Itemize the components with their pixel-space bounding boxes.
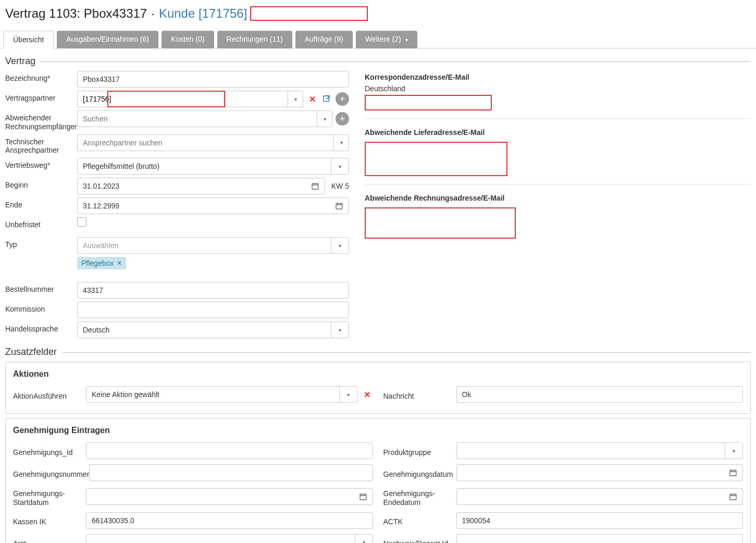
panel-aktionen: Aktionen AktionAusführen Keine Aktion ge… (5, 362, 751, 414)
svg-rect-2 (336, 204, 342, 209)
label-abw-liefer: Abweichende Lieferadresse/E-Mail (365, 128, 751, 137)
label-genehmigungsnummer: Genehmigungsnummer (13, 467, 89, 479)
calendar-icon (729, 492, 737, 501)
select-aktion[interactable]: Keine Aktion gewählt ▾ (86, 386, 357, 403)
section-contract-title: Vertrag (5, 56, 751, 67)
contract-addresses-right: Korrespondenzadresse/E-Mail Deutschland … (365, 71, 751, 341)
label-kassen-ik: Kassen IK (13, 514, 86, 526)
tab-orders[interactable]: Aufträge (9) (295, 31, 353, 48)
chevron-down-icon: ▾ (339, 387, 352, 402)
input-bestellnummer[interactable] (77, 282, 349, 299)
tech-ansprech-dropdown-btn[interactable]: ▾ (333, 134, 349, 151)
abw-rechnung-dropdown-btn[interactable]: ▾ (317, 110, 332, 127)
label-ende: Ende (5, 198, 77, 209)
vertriebsweg-value: Pflegehilfsmittel (brutto) (83, 162, 331, 170)
label-bezeichnung: Bezeichnung* (5, 71, 77, 83)
input-genehmigungs-id[interactable] (86, 442, 373, 459)
chevron-down-icon: ▾ (725, 443, 737, 459)
korrespondenz-country: Deutschland (365, 84, 751, 93)
select-handelssprache[interactable]: Deutsch ▾ (77, 322, 349, 338)
input-tech-ansprech[interactable] (77, 134, 333, 151)
clear-aktion-icon[interactable]: ✕ (362, 389, 373, 400)
select-vertriebsweg[interactable]: Pflegehilfsmittel (brutto) ▾ (77, 158, 349, 175)
label-actk: ACTK (383, 514, 456, 526)
kw-label: KW 5 (331, 182, 349, 190)
label-genehmigungs-startdatum: Genehmigungs-Startdatum (13, 486, 86, 507)
svg-rect-1 (312, 184, 318, 190)
label-nachricht: Nachricht (383, 389, 456, 401)
handelssprache-value: Deutsch (83, 326, 331, 334)
tab-expenses[interactable]: Ausgaben/Einnahmen (6) (57, 31, 158, 48)
redacted-customer-name (250, 6, 368, 21)
typ-placeholder: Auswählen (83, 241, 331, 250)
date-ende[interactable]: 31.12.2999 (77, 198, 349, 214)
label-kommission: Kommission (5, 302, 77, 314)
input-bezeichnung[interactable] (77, 71, 349, 88)
select-arzt[interactable]: ▾ (86, 534, 373, 543)
calendar-icon (729, 468, 737, 477)
label-typ: Typ (5, 237, 77, 249)
checkbox-unbefristet[interactable] (77, 217, 86, 227)
input-kassen-ik[interactable] (86, 512, 373, 529)
label-vertragspartner: Vertragspartner (5, 91, 77, 103)
input-vertragspartner[interactable] (77, 91, 288, 107)
label-aktion-ausfuehren: AktionAusführen (13, 389, 86, 401)
add-abw-rechnung-button[interactable]: + (336, 112, 349, 126)
tag-remove-icon[interactable]: ✕ (117, 260, 122, 267)
input-kommission[interactable] (77, 302, 349, 318)
panel-genehmigung-title: Genehmigung Eintragen (13, 426, 743, 435)
label-bestellnummer: Bestellnummer (5, 282, 77, 294)
label-abw-rech-addr: Abweichende Rechnungsadresse/E-Mail (365, 194, 751, 202)
section-extra-title: Zusatzfelder (5, 347, 751, 357)
label-tech-ansprech: Technischer Ansprechpartner (5, 134, 77, 155)
date-genehmigungs-start[interactable] (86, 488, 373, 505)
select-produktgruppe[interactable]: ▾ (456, 442, 743, 459)
contract-form-left: Bezeichnung* Vertragspartner ▾ ✕ (5, 71, 349, 341)
svg-rect-0 (324, 96, 329, 102)
label-nachweis-rezept-id: Nachweis/Rezept Id (383, 536, 456, 543)
chevron-down-icon: ▾ (405, 37, 408, 43)
label-arzt: Arzt (13, 536, 86, 543)
ende-value: 31.12.2999 (83, 202, 119, 210)
calendar-icon (311, 182, 319, 190)
open-partner-icon[interactable] (321, 93, 332, 105)
input-actk[interactable] (456, 512, 743, 529)
tab-overview[interactable]: Übersicht (3, 31, 54, 48)
tab-more[interactable]: Weitere (2) ▾ (356, 31, 417, 48)
tag-pflegebox: Pflegebox ✕ (77, 257, 126, 269)
add-partner-button[interactable]: + (336, 92, 349, 106)
svg-rect-4 (360, 494, 366, 500)
date-genehmigungsdatum[interactable] (456, 464, 743, 481)
input-nachricht[interactable] (456, 386, 743, 403)
page-header: Vertrag 1103: Pbox43317 · Kunde [171756] (0, 0, 756, 30)
tab-invoices[interactable]: Rechnungen (11) (217, 31, 292, 48)
tag-label: Pflegebox (81, 259, 114, 267)
vertragspartner-dropdown-btn[interactable]: ▾ (288, 91, 303, 107)
svg-rect-3 (730, 471, 736, 476)
clear-partner-icon[interactable]: ✕ (306, 93, 318, 105)
redacted-rechnung (365, 207, 516, 239)
redacted-liefer (365, 142, 507, 176)
label-genehmigungs-id: Genehmigungs_Id (13, 445, 86, 457)
aktion-value: Keine Aktion gewählt (92, 390, 339, 399)
panel-aktionen-title: Aktionen (13, 369, 743, 379)
label-genehmigungs-endedatum: Genehmigungs-Endedatum (383, 486, 456, 507)
title-separator: · (151, 6, 155, 21)
input-genehmigungsnummer[interactable] (89, 464, 373, 481)
tab-costs[interactable]: Kosten (0) (162, 31, 214, 48)
chevron-down-icon: ▾ (331, 238, 343, 253)
calendar-icon (335, 202, 343, 210)
label-genehmigungsdatum: Genehmigungsdatum (383, 467, 456, 479)
input-abw-rechnung[interactable] (77, 110, 317, 127)
date-genehmigungs-ende[interactable] (456, 488, 743, 505)
page-title: Vertrag 1103: Pbox43317 · Kunde [171756] (5, 6, 751, 21)
title-contract: Vertrag 1103: Pbox43317 (5, 6, 147, 21)
select-typ[interactable]: Auswählen ▾ (77, 237, 349, 254)
label-vertriebsweg: Vertriebsweg* (5, 158, 77, 170)
date-beginn[interactable]: 31.01.2023 (77, 178, 325, 194)
input-nachweis-rezept-id[interactable] (456, 534, 743, 543)
chevron-down-icon: ▾ (355, 535, 367, 543)
label-produktgruppe: Produktgruppe (383, 445, 456, 457)
tab-bar: Übersicht Ausgaben/Einnahmen (6) Kosten … (0, 30, 756, 48)
customer-link[interactable]: Kunde [171756] (159, 6, 247, 21)
